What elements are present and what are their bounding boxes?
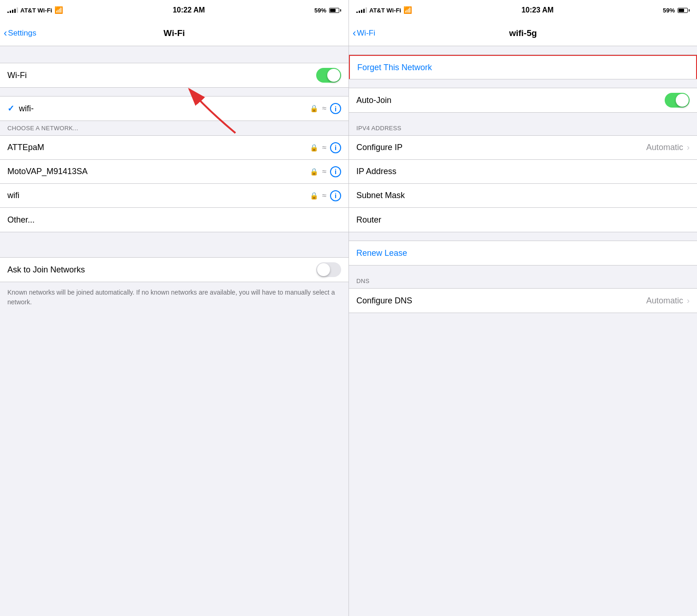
- toggle-thumb-ask-join: [317, 263, 330, 276]
- network-list-section: ATTEpaM 🔒 ≈ i MotoVAP_M91413SA 🔒 ≈ i wif…: [0, 135, 348, 232]
- lock-icon-3: 🔒: [310, 192, 318, 200]
- renew-lease-row[interactable]: Renew Lease: [349, 241, 697, 265]
- back-button-right[interactable]: ‹ Wi-Fi: [353, 28, 375, 38]
- ask-join-toggle[interactable]: [316, 262, 341, 277]
- wifi-icon-3: ≈: [322, 191, 326, 200]
- ipv4-header: IPV4 ADDRESS: [349, 121, 697, 135]
- chevron-left-icon-right: ‹: [353, 28, 356, 38]
- wifi-status-icon-right: 📶: [403, 6, 412, 14]
- subnet-mask-label: Subnet Mask: [356, 191, 405, 200]
- network-row-2[interactable]: MotoVAP_M91413SA 🔒 ≈ i: [0, 160, 348, 184]
- ipv4-section: Configure IP Automatic › IP Address Subn…: [349, 135, 697, 232]
- rbar3: [361, 10, 362, 13]
- rbar1: [356, 12, 358, 13]
- bar3: [12, 10, 13, 13]
- info-button-2[interactable]: i: [330, 166, 341, 177]
- nav-title-left: Wi-Fi: [163, 28, 185, 38]
- time-right: 10:23 AM: [522, 6, 554, 14]
- network-name-3: wifi: [7, 191, 19, 200]
- network-row-1[interactable]: ATTEpaM 🔒 ≈ i: [0, 136, 348, 160]
- configure-dns-right: Automatic ›: [646, 296, 690, 306]
- ip-address-row[interactable]: IP Address: [349, 160, 697, 184]
- connected-network-section: ✓ wifi- 🔒 ≈ i: [0, 96, 348, 121]
- chevron-right-icon-configip: ›: [687, 143, 690, 152]
- bar2: [10, 11, 11, 13]
- network-name-1: ATTEpaM: [7, 143, 44, 152]
- connected-network-row[interactable]: ✓ wifi- 🔒 ≈ i: [0, 97, 348, 121]
- battery-icon-left: [329, 8, 341, 13]
- router-label: Router: [356, 215, 381, 225]
- wifi-toggle[interactable]: [316, 68, 341, 83]
- configure-ip-label: Configure IP: [356, 143, 403, 152]
- back-button-left[interactable]: ‹ Settings: [4, 28, 36, 38]
- toggle-thumb-wifi: [327, 69, 340, 82]
- wifi-status-icon-left: 📶: [54, 6, 63, 14]
- battery-pct-right: 59%: [663, 7, 675, 14]
- back-label-left: Settings: [8, 29, 36, 38]
- other-network-label: Other...: [7, 215, 35, 225]
- wifi-icon-2: ≈: [322, 167, 326, 176]
- info-button-connected[interactable]: i: [330, 103, 341, 114]
- nav-title-right: wifi-5g: [509, 28, 537, 38]
- dns-header: DNS: [349, 274, 697, 288]
- configure-dns-label: Configure DNS: [356, 296, 412, 306]
- info-button-3[interactable]: i: [330, 190, 341, 201]
- carrier-label-right: AT&T Wi-Fi: [369, 7, 401, 14]
- chevron-left-icon-left: ‹: [4, 28, 7, 38]
- status-bar-left: AT&T Wi-Fi 📶 10:22 AM 59%: [0, 0, 348, 20]
- configure-dns-value: Automatic: [646, 296, 683, 306]
- dns-section: Configure DNS Automatic ›: [349, 288, 697, 313]
- configure-ip-row[interactable]: Configure IP Automatic ›: [349, 136, 697, 160]
- lock-icon-1: 🔒: [310, 144, 318, 152]
- network-row-3[interactable]: wifi 🔒 ≈ i: [0, 184, 348, 208]
- back-label-right: Wi-Fi: [357, 29, 375, 38]
- signal-bars-right: [356, 7, 367, 13]
- status-bar-right: AT&T Wi-Fi 📶 10:23 AM 59%: [349, 0, 697, 20]
- network-icons-2: 🔒 ≈ i: [310, 166, 341, 177]
- subnet-mask-row[interactable]: Subnet Mask: [349, 184, 697, 208]
- divider-mid2-left: [0, 241, 348, 249]
- carrier-label-left: AT&T Wi-Fi: [20, 7, 52, 14]
- ip-address-label: IP Address: [356, 167, 397, 176]
- network-name-2: MotoVAP_M91413SA: [7, 167, 88, 176]
- choose-network-label: CHOOSE A NETWORK...: [7, 125, 78, 132]
- divider3-right: [349, 113, 697, 121]
- auto-join-row: Auto-Join: [349, 88, 697, 112]
- left-panel: AT&T Wi-Fi 📶 10:22 AM 59% ‹ Settings Wi-: [0, 0, 348, 616]
- battery-icon-right: [678, 8, 690, 13]
- wifi-icon-1: ≈: [322, 143, 326, 152]
- divider4-right: [349, 232, 697, 241]
- wifi-signal-connected: ≈: [322, 104, 326, 113]
- info-button-1[interactable]: i: [330, 142, 341, 153]
- choose-network-header: CHOOSE A NETWORK...: [0, 121, 348, 135]
- rbar2: [359, 11, 360, 13]
- connected-network-right: 🔒 ≈ i: [310, 103, 341, 114]
- renew-lease-section: Renew Lease: [349, 241, 697, 266]
- divider-mid-left: [0, 232, 348, 241]
- network-icons-1: 🔒 ≈ i: [310, 142, 341, 153]
- connected-network-left: ✓ wifi-: [7, 103, 34, 114]
- forget-network-section: Forget This Network: [349, 54, 697, 79]
- configure-ip-right: Automatic ›: [646, 143, 690, 152]
- bar5: [17, 7, 18, 13]
- divider5-right: [349, 266, 697, 274]
- configure-dns-row[interactable]: Configure DNS Automatic ›: [349, 289, 697, 313]
- configure-ip-value: Automatic: [646, 143, 683, 152]
- ask-join-section: Ask to Join Networks: [0, 257, 348, 282]
- ask-join-label: Ask to Join Networks: [7, 265, 85, 275]
- time-left: 10:22 AM: [173, 6, 205, 14]
- ipv4-label: IPV4 ADDRESS: [356, 125, 402, 132]
- forget-network-row[interactable]: Forget This Network: [349, 55, 697, 79]
- network-icons-3: 🔒 ≈ i: [310, 190, 341, 201]
- wifi-toggle-row: Wi-Fi: [0, 63, 348, 87]
- divider-top-right: [349, 46, 697, 54]
- ask-join-row: Ask to Join Networks: [0, 258, 348, 282]
- chevron-right-icon-dns: ›: [687, 296, 690, 306]
- rbar5: [366, 7, 367, 13]
- auto-join-toggle[interactable]: [665, 93, 690, 108]
- nav-bar-left: ‹ Settings Wi-Fi: [0, 20, 348, 46]
- divider-top-left: [0, 46, 348, 54]
- connected-network-name: wifi-: [19, 104, 34, 114]
- other-network-row[interactable]: Other...: [0, 208, 348, 232]
- router-row[interactable]: Router: [349, 208, 697, 232]
